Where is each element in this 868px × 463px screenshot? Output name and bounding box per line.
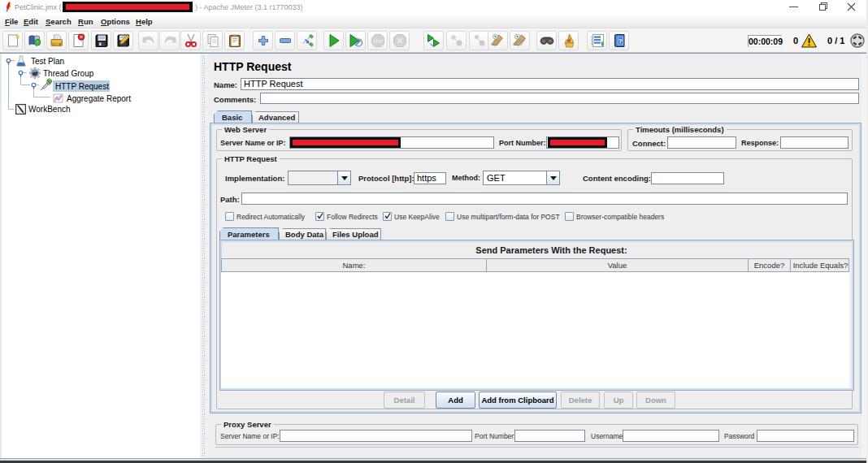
svg-text:?: ? [618,37,622,45]
svg-text:STOP: STOP [372,40,382,44]
